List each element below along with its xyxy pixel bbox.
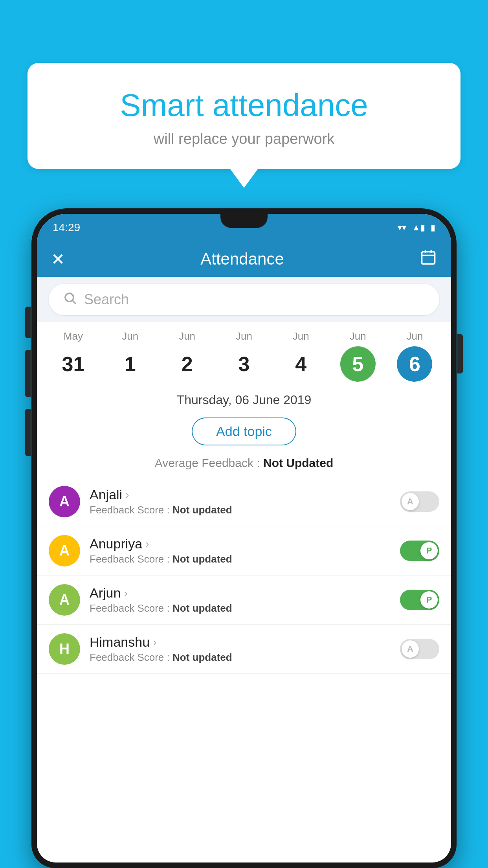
search-container: Search: [37, 277, 451, 322]
chevron-right-icon: ›: [145, 538, 149, 550]
calendar-icon[interactable]: [420, 249, 437, 269]
student-name: Himanshu›: [90, 634, 391, 650]
student-name: Anjali›: [90, 487, 391, 502]
calendar-day[interactable]: Jun4: [283, 330, 319, 382]
attendance-toggle-container[interactable]: A: [400, 491, 439, 512]
add-topic-button[interactable]: Add topic: [192, 417, 296, 445]
feedback-value: Not updated: [172, 504, 232, 516]
student-item[interactable]: AAnupriya›Feedback Score : Not updatedP: [37, 526, 451, 576]
attendance-toggle-container[interactable]: P: [400, 590, 439, 610]
avg-feedback-label: Average Feedback :: [155, 456, 263, 469]
cal-date-label: 31: [55, 346, 91, 382]
cal-date-label: 4: [283, 346, 319, 382]
avg-feedback-value: Not Updated: [263, 456, 333, 469]
avg-feedback-text: Average Feedback : Not Updated: [155, 456, 334, 469]
student-avatar: A: [49, 486, 80, 517]
chevron-right-icon: ›: [124, 587, 127, 600]
cal-month-label: Jun: [293, 330, 309, 342]
student-name-text: Anupriya: [90, 536, 142, 552]
svg-line-5: [73, 301, 76, 304]
toggle-knob-label: A: [402, 493, 419, 510]
toggle-knob-label: P: [420, 591, 438, 609]
calendar-day[interactable]: Jun5: [340, 330, 376, 382]
feedback-score: Feedback Score : Not updated: [90, 651, 391, 664]
close-button[interactable]: ✕: [51, 250, 65, 269]
attendance-toggle[interactable]: A: [400, 639, 439, 659]
attendance-toggle-container[interactable]: A: [400, 639, 439, 659]
cal-date-label: 1: [112, 346, 148, 382]
status-icons: ▾▾ ▲▮ ▮: [398, 223, 435, 233]
feedback-value: Not updated: [172, 651, 232, 663]
speech-bubble: Smart attendance will replace your paper…: [28, 63, 460, 169]
cal-date-label: 3: [226, 346, 262, 382]
calendar-day[interactable]: Jun3: [226, 330, 262, 382]
feedback-label: Feedback Score :: [90, 504, 172, 516]
cal-month-label: May: [64, 330, 83, 342]
feedback-label: Feedback Score :: [90, 651, 172, 663]
phone-notch: [220, 214, 268, 228]
feedback-score: Feedback Score : Not updated: [90, 553, 391, 565]
selected-date-label: Thursday, 06 June 2019: [177, 393, 312, 407]
student-avatar: A: [49, 584, 80, 616]
feedback-score: Feedback Score : Not updated: [90, 602, 391, 614]
student-avatar: A: [49, 535, 80, 566]
attendance-toggle[interactable]: P: [400, 541, 439, 561]
search-input[interactable]: Search: [84, 291, 129, 308]
search-bar[interactable]: Search: [49, 284, 439, 315]
phone-frame: 14:29 ▾▾ ▲▮ ▮ ✕ Attendance: [31, 208, 457, 868]
volume-down-button: [25, 350, 31, 397]
student-name: Anupriya›: [90, 536, 391, 552]
wifi-icon: ▾▾: [398, 223, 406, 233]
calendar-day[interactable]: Jun1: [112, 330, 148, 382]
student-list: AAnjali›Feedback Score : Not updatedAAAn…: [37, 477, 451, 674]
student-avatar: H: [49, 633, 80, 665]
attendance-toggle[interactable]: A: [400, 491, 439, 512]
student-item[interactable]: HHimanshu›Feedback Score : Not updatedA: [37, 625, 451, 674]
calendar-day[interactable]: May31: [55, 330, 91, 382]
student-item[interactable]: AAnjali›Feedback Score : Not updatedA: [37, 477, 451, 526]
chevron-right-icon: ›: [125, 489, 129, 501]
student-info: Anupriya›Feedback Score : Not updated: [90, 536, 391, 565]
bubble-title: Smart attendance: [51, 86, 437, 124]
attendance-toggle[interactable]: P: [400, 590, 439, 610]
phone-screen: 14:29 ▾▾ ▲▮ ▮ ✕ Attendance: [37, 214, 451, 862]
status-time: 14:29: [53, 221, 80, 234]
student-name-text: Anjali: [90, 487, 122, 502]
add-topic-container: Add topic: [37, 412, 451, 452]
feedback-value: Not updated: [172, 602, 232, 614]
toggle-knob-label: P: [420, 542, 438, 559]
battery-icon: ▮: [431, 223, 435, 233]
feedback-value: Not updated: [172, 553, 232, 565]
svg-rect-0: [422, 252, 435, 264]
calendar-day[interactable]: Jun6: [397, 330, 432, 382]
header-title: Attendance: [200, 250, 284, 268]
svg-point-4: [65, 293, 73, 302]
bubble-subtitle: will replace your paperwork: [51, 131, 437, 147]
student-info: Himanshu›Feedback Score : Not updated: [90, 634, 391, 664]
signal-icon: ▲▮: [412, 223, 425, 233]
volume-up-button: [25, 307, 31, 338]
feedback-score: Feedback Score : Not updated: [90, 504, 391, 516]
attendance-toggle-container[interactable]: P: [400, 541, 439, 561]
power-button: [457, 334, 463, 373]
cal-month-label: Jun: [236, 330, 252, 342]
average-feedback: Average Feedback : Not Updated: [37, 452, 451, 477]
student-name-text: Himanshu: [90, 634, 150, 650]
student-name-text: Arjun: [90, 585, 121, 601]
student-item[interactable]: AArjun›Feedback Score : Not updatedP: [37, 576, 451, 625]
cal-month-label: Jun: [350, 330, 366, 342]
student-info: Arjun›Feedback Score : Not updated: [90, 585, 391, 614]
calendar-strip: May31Jun1Jun2Jun3Jun4Jun5Jun6: [37, 322, 451, 386]
calendar-day[interactable]: Jun2: [169, 330, 205, 382]
student-info: Anjali›Feedback Score : Not updated: [90, 487, 391, 516]
cal-date-label: 2: [169, 346, 205, 382]
date-info: Thursday, 06 June 2019: [37, 386, 451, 412]
cal-date-label: 5: [340, 346, 376, 382]
toggle-knob-label: A: [402, 640, 419, 658]
feedback-label: Feedback Score :: [90, 553, 172, 565]
cal-date-label: 6: [397, 346, 432, 382]
chevron-right-icon: ›: [153, 636, 156, 649]
student-name: Arjun›: [90, 585, 391, 601]
cal-month-label: Jun: [122, 330, 138, 342]
cal-month-label: Jun: [179, 330, 195, 342]
